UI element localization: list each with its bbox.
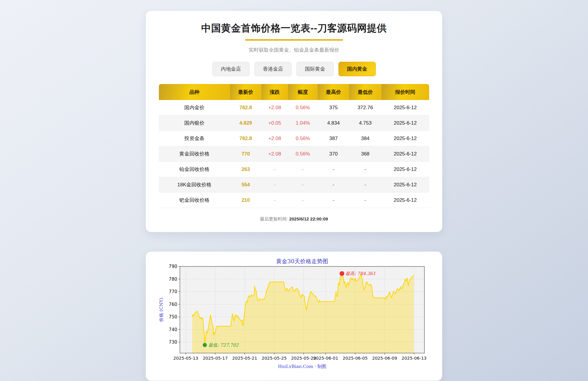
cell-change: +2.08 [261, 100, 288, 115]
cell-name: 铂金回收价格 [159, 162, 230, 177]
x-tick-label: 2025-06-09 [372, 356, 397, 361]
cell-pct: 0.56% [288, 146, 318, 162]
y-axis-label: 价格 (CNY) [159, 298, 164, 322]
min-annotation-label: 最低: 727.702 [208, 342, 239, 348]
cell-latest: 782.8 [230, 100, 261, 115]
y-tick-label: 750 [169, 314, 177, 320]
tab-button-1[interactable]: 香港金店 [254, 62, 292, 76]
cell-change: - [261, 162, 288, 177]
cell-change: +2.08 [261, 131, 288, 146]
table-row: 国内银价4.829+0.051.04%4.8344.7532025-6-12 [159, 115, 429, 131]
column-header: 最低价 [349, 84, 381, 100]
y-tick-label: 770 [169, 289, 177, 294]
chart-title: 黄金30天价格走势图 [276, 258, 328, 264]
table-row: 钯金回收价格210----2025-6-12 [159, 193, 429, 208]
y-tick-label: 760 [169, 302, 177, 307]
column-header: 幅度 [288, 84, 318, 100]
cell-time: 2025-6-12 [381, 115, 429, 131]
cell-time: 2025-6-12 [381, 146, 429, 162]
cell-time: 2025-6-12 [381, 177, 429, 193]
gold-trend-chart-card: 7307407507607707807902025-05-132025-05-1… [146, 252, 442, 381]
cell-high: 375 [318, 100, 349, 115]
x-tick-label: 2025-05-13 [173, 356, 198, 361]
table-row: 黄金回收价格770+2.080.56%3703682025-6-12 [159, 146, 429, 162]
cell-pct: - [288, 162, 318, 177]
cell-high: 387 [318, 131, 349, 146]
cell-low: 384 [349, 131, 381, 146]
cell-latest: 554 [230, 177, 261, 193]
x-tick-label: 2025-06-13 [402, 356, 426, 361]
cell-time: 2025-6-12 [381, 100, 429, 115]
max-annotation-label: 最高: 784.361 [346, 271, 376, 276]
title-underline [245, 39, 343, 41]
tab-button-2[interactable]: 国际黄金 [296, 62, 334, 76]
max-marker [340, 271, 344, 276]
x-tick-label: 2025-05-25 [262, 356, 287, 361]
min-marker [203, 343, 207, 347]
last-update-line: 最后更新时间: 2025/6/12 22:00:09 [159, 216, 429, 222]
cell-change: +0.05 [261, 115, 288, 131]
tab-button-0[interactable]: 内地金店 [212, 62, 250, 76]
cell-time: 2025-6-12 [381, 162, 429, 177]
chart-watermark: HuiLvBiao.Com - 制图 [278, 364, 327, 369]
table-row: 铂金回收价格263----2025-6-12 [159, 162, 429, 177]
gold-price-card: 中国黄金首饰价格一览表--刀客源码网提供 实时获取全国黄金、铂金及金条最新报价 … [146, 11, 442, 232]
x-tick-label: 2025-06-01 [313, 356, 338, 361]
last-update-value: 2025/6/12 22:00:09 [289, 216, 328, 221]
column-header: 品种 [159, 84, 230, 100]
table-row: 投资金条782.8+2.080.56%3873842025-6-12 [159, 131, 429, 146]
gold-price-table: 品种最新价涨跌幅度最高价最低价报价时间 国内金价782.8+2.080.56%3… [159, 84, 429, 208]
cell-low: 368 [349, 146, 381, 162]
gold-trend-chart: 7307407507607707807902025-05-132025-05-1… [156, 258, 432, 375]
cell-name: 国内银价 [159, 115, 230, 131]
cell-latest: 4.829 [230, 115, 261, 131]
table-row: 18K金回收价格554----2025-6-12 [159, 177, 429, 193]
column-header: 报价时间 [381, 84, 429, 100]
cell-name: 国内金价 [159, 100, 230, 115]
cell-time: 2025-6-12 [381, 131, 429, 146]
cell-name: 黄金回收价格 [159, 146, 230, 162]
cell-pct: 1.04% [288, 115, 318, 131]
cell-low: - [349, 177, 381, 193]
column-header: 最新价 [230, 84, 261, 100]
cell-pct: - [288, 193, 318, 208]
column-header: 最高价 [318, 84, 349, 100]
cell-pct: 0.56% [288, 100, 318, 115]
cell-high: - [318, 177, 349, 193]
page-title: 中国黄金首饰价格一览表--刀客源码网提供 [159, 22, 429, 35]
table-body: 国内金价782.8+2.080.56%375372.762025-6-12国内银… [159, 100, 429, 208]
cell-low: - [349, 162, 381, 177]
cell-pct: 0.56% [288, 131, 318, 146]
x-tick-label: 2025-05-21 [232, 356, 257, 361]
x-tick-label: 2025-06-05 [343, 356, 368, 361]
cell-change: - [261, 193, 288, 208]
cell-high: 4.834 [318, 115, 349, 131]
cell-time: 2025-6-12 [381, 193, 429, 208]
cell-latest: 210 [230, 193, 261, 208]
table-header: 品种最新价涨跌幅度最高价最低价报价时间 [159, 84, 429, 100]
y-tick-label: 780 [169, 277, 177, 282]
cell-change: - [261, 177, 288, 193]
column-header: 涨跌 [261, 84, 288, 100]
cell-latest: 782.8 [230, 131, 261, 146]
cell-low: - [349, 193, 381, 208]
x-tick-label: 2025-05-17 [203, 356, 228, 361]
cell-latest: 770 [230, 146, 261, 162]
cell-name: 钯金回收价格 [159, 193, 230, 208]
cell-high: 370 [318, 146, 349, 162]
cell-high: - [318, 162, 349, 177]
cell-low: 372.76 [349, 100, 381, 115]
y-tick-label: 790 [169, 264, 177, 269]
cell-pct: - [288, 177, 318, 193]
tab-button-3[interactable]: 国内黄金 [338, 62, 376, 76]
cell-name: 18K金回收价格 [159, 177, 230, 193]
cell-name: 投资金条 [159, 131, 230, 146]
y-tick-label: 730 [169, 339, 177, 345]
y-tick-label: 740 [169, 327, 177, 332]
market-tabs: 内地金店香港金店国际黄金国内黄金 [159, 62, 429, 76]
x-tick-label: 2025-05-29 [291, 356, 316, 361]
table-row: 国内金价782.8+2.080.56%375372.762025-6-12 [159, 100, 429, 115]
page-subtitle: 实时获取全国黄金、铂金及金条最新报价 [159, 47, 429, 53]
cell-change: +2.08 [261, 146, 288, 162]
last-update-label: 最后更新时间: [260, 216, 288, 221]
